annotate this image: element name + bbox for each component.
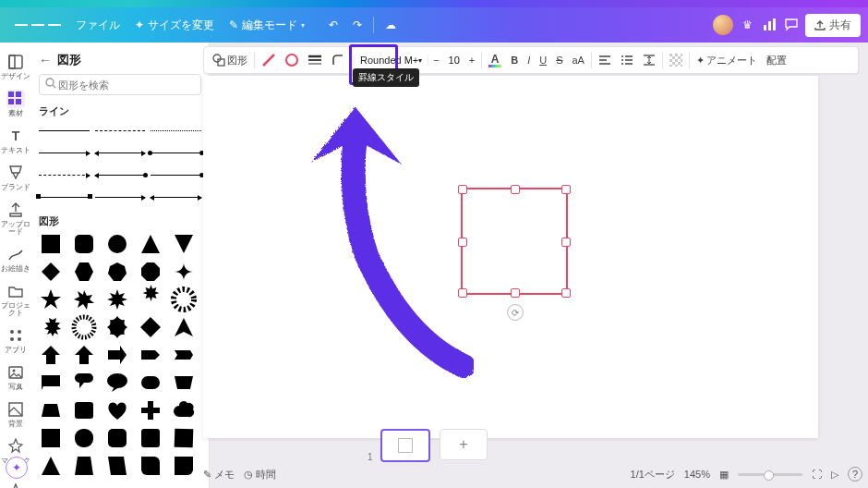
shape-thumb[interactable] — [72, 287, 96, 311]
shape-thumb[interactable] — [105, 315, 129, 339]
search-box[interactable] — [39, 74, 201, 95]
shape-thumb[interactable] — [139, 426, 163, 450]
rotate-handle[interactable]: ⟳ — [507, 304, 524, 321]
border-color-button[interactable] — [257, 51, 281, 69]
shape-thumb[interactable] — [139, 315, 163, 339]
magic-sparkle-button[interactable]: ✦ — [6, 457, 28, 479]
zoom-slider[interactable] — [738, 473, 802, 476]
shape-thumb[interactable] — [139, 371, 163, 395]
shape-thumb[interactable] — [72, 454, 96, 478]
list-button[interactable] — [616, 52, 638, 68]
search-input[interactable] — [56, 79, 195, 92]
shape-thumb[interactable] — [105, 454, 129, 478]
avatar[interactable] — [713, 15, 733, 35]
rail-photo[interactable]: 写真 — [0, 359, 31, 396]
position-button[interactable]: 配置 — [762, 52, 791, 69]
comment-icon[interactable] — [783, 17, 800, 33]
shape-thumb[interactable] — [139, 343, 163, 367]
rail-text[interactable]: Tテキスト — [0, 122, 31, 159]
shape-thumb[interactable] — [172, 371, 196, 395]
shape-thumb[interactable] — [139, 454, 163, 478]
case-button[interactable]: aA — [567, 53, 588, 67]
shape-thumb[interactable] — [39, 371, 63, 395]
cloud-sync-icon[interactable]: ☁ — [378, 15, 404, 35]
page-indicator[interactable]: 1/1ページ — [631, 468, 675, 482]
resize-handle[interactable] — [511, 185, 520, 194]
shape-thumb[interactable] — [172, 232, 196, 256]
menu-button[interactable] — [7, 18, 68, 31]
line-solid[interactable] — [39, 122, 90, 139]
shape-thumb[interactable] — [39, 454, 63, 478]
resize-handle[interactable] — [561, 288, 571, 298]
shape-thumb[interactable] — [105, 343, 129, 367]
font-size-value[interactable]: 10 — [444, 55, 464, 66]
rail-brand[interactable]: ブランド — [0, 159, 31, 196]
line-square-ends[interactable] — [39, 189, 90, 205]
border-style-button[interactable] — [303, 51, 327, 69]
fill-color-button[interactable] — [281, 52, 303, 68]
text-color-button[interactable]: A — [484, 52, 506, 69]
notes-button[interactable]: ✎ メモ — [203, 468, 235, 482]
line-circle-end[interactable] — [151, 144, 201, 161]
bold-button[interactable]: B — [506, 53, 523, 67]
shape-thumb[interactable] — [105, 398, 129, 422]
line-square-arrow[interactable] — [95, 189, 146, 205]
shape-thumb[interactable] — [39, 426, 63, 450]
line-arrow[interactable] — [39, 144, 90, 161]
line-circle[interactable] — [151, 166, 201, 183]
present-icon[interactable]: ▷ — [831, 469, 838, 481]
shape-thumb[interactable] — [72, 315, 96, 339]
transparency-button[interactable] — [665, 52, 687, 68]
shape-thumb[interactable] — [105, 232, 129, 256]
shape-thumb[interactable] — [39, 287, 63, 311]
shape-thumb[interactable] — [139, 260, 163, 284]
line-arrow-dashed[interactable] — [39, 166, 90, 183]
underline-button[interactable]: U — [535, 53, 551, 67]
spacing-button[interactable] — [638, 52, 660, 68]
shape-thumb[interactable] — [72, 426, 96, 450]
shape-tool-button[interactable]: 図形 — [208, 52, 252, 69]
line-double-arrow[interactable] — [95, 144, 146, 161]
shape-thumb[interactable] — [139, 287, 163, 311]
shape-thumb[interactable] — [39, 232, 63, 256]
shape-thumb[interactable] — [105, 287, 129, 311]
resize-handle[interactable] — [561, 185, 571, 194]
rail-elements[interactable]: 素材 — [0, 85, 31, 122]
share-button[interactable]: 共有 — [805, 14, 861, 37]
shape-thumb[interactable] — [72, 371, 96, 395]
shape-thumb[interactable] — [139, 232, 163, 256]
shape-thumb[interactable] — [172, 287, 196, 311]
shape-thumb[interactable] — [72, 232, 96, 256]
shape-thumb[interactable] — [172, 343, 196, 367]
rail-apps[interactable]: アプリ — [0, 322, 31, 359]
shape-thumb[interactable] — [39, 260, 63, 284]
rail-projects[interactable]: プロジェクト — [0, 277, 31, 322]
shape-thumb[interactable] — [105, 260, 129, 284]
rail-upload[interactable]: アップロード — [0, 196, 31, 240]
analytics-icon[interactable] — [761, 17, 778, 33]
rail-design[interactable]: デザイン — [0, 48, 31, 85]
edit-mode-menu[interactable]: ✎編集モード▾ — [222, 14, 312, 37]
shape-thumb[interactable] — [72, 343, 96, 367]
shape-thumb[interactable] — [172, 426, 196, 450]
line-circle-arrow[interactable] — [95, 166, 146, 183]
undo-button[interactable]: ↶ — [321, 15, 345, 35]
redo-button[interactable]: ↷ — [345, 15, 369, 35]
resize-menu[interactable]: ✦サイズを変更 — [127, 14, 222, 37]
line-dotted[interactable] — [151, 122, 201, 139]
line-dashed[interactable] — [95, 122, 146, 139]
animate-button[interactable]: ✦アニメート — [692, 52, 762, 69]
font-size-increase[interactable]: + — [464, 53, 479, 67]
back-button[interactable]: ← — [39, 53, 52, 67]
shape-thumb[interactable] — [172, 260, 196, 284]
strikethrough-button[interactable]: S — [551, 53, 567, 67]
shape-thumb[interactable] — [72, 260, 96, 284]
shape-thumb[interactable] — [72, 398, 96, 422]
shape-thumb[interactable] — [172, 315, 196, 339]
add-page-button[interactable]: + — [440, 429, 488, 460]
shape-thumb[interactable] — [105, 426, 129, 450]
corner-radius-button[interactable] — [327, 52, 349, 68]
help-icon[interactable]: ? — [848, 467, 862, 482]
rail-draw[interactable]: お絵描き — [0, 240, 31, 277]
resize-handle[interactable] — [561, 238, 571, 247]
